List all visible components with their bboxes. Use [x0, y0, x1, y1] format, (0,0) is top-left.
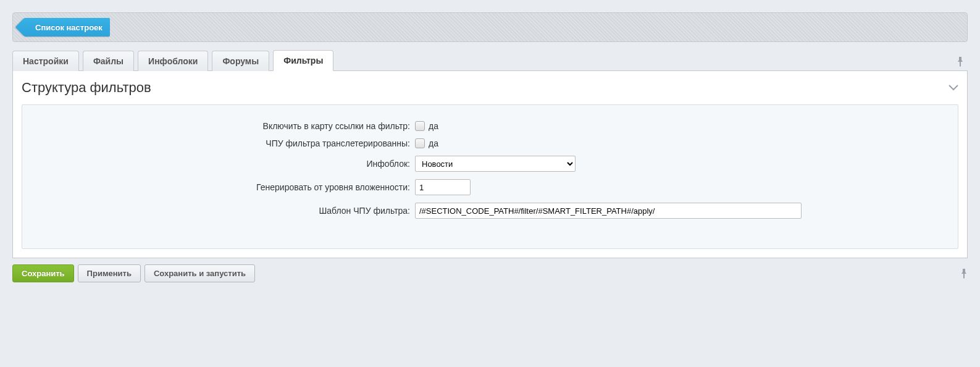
button-label: Сохранить	[22, 269, 65, 278]
label-sef-template: Шаблон ЧПУ фильтра:	[32, 206, 415, 216]
tab-label: Форумы	[222, 56, 259, 66]
tab-forums[interactable]: Форумы	[212, 51, 269, 71]
pin-icon[interactable]	[953, 53, 968, 70]
label-depth: Генерировать от уровня вложенности:	[32, 182, 415, 192]
tab-label: Настройки	[23, 56, 69, 66]
tab-files[interactable]: Файлы	[83, 51, 134, 71]
tab-label: Инфоблоки	[148, 56, 198, 66]
checkbox-text: да	[429, 121, 438, 131]
form-area: Включить в карту ссылки на фильтр: да ЧП…	[22, 104, 958, 249]
row-sef-transliterated: ЧПУ фильтра транслетерированны: да	[32, 138, 948, 148]
tab-label: Файлы	[93, 56, 124, 66]
button-label: Сохранить и запустить	[154, 269, 246, 278]
tab-label: Фильтры	[283, 56, 323, 65]
save-and-run-button[interactable]: Сохранить и запустить	[144, 264, 255, 282]
checkbox-include-filter-links[interactable]	[415, 121, 425, 131]
row-iblock: Инфоблок: Новости	[32, 156, 948, 172]
row-include-filter-links: Включить в карту ссылки на фильтр: да	[32, 121, 948, 131]
content-panel: Структура фильтров Включить в карту ссыл…	[12, 71, 968, 258]
buttons-row: Сохранить Применить Сохранить и запустит…	[12, 264, 968, 282]
row-depth: Генерировать от уровня вложенности:	[32, 179, 948, 195]
input-sef-template[interactable]	[415, 203, 802, 219]
label-include-filter-links: Включить в карту ссылки на фильтр:	[32, 121, 415, 131]
back-button-label: Список настроек	[35, 23, 103, 32]
row-sef-template: Шаблон ЧПУ фильтра:	[32, 203, 948, 219]
section-title: Структура фильтров	[22, 80, 949, 96]
apply-button[interactable]: Применить	[78, 264, 141, 282]
tab-settings[interactable]: Настройки	[12, 51, 79, 71]
tab-iblocks[interactable]: Инфоблоки	[138, 51, 208, 71]
checkbox-text: да	[429, 138, 438, 148]
pin-icon[interactable]	[960, 269, 968, 279]
tabs-row: Настройки Файлы Инфоблоки Форумы Фильтры	[12, 49, 968, 71]
select-iblock[interactable]: Новости	[415, 156, 576, 172]
section-header: Структура фильтров	[13, 71, 967, 102]
chevron-down-icon[interactable]	[949, 85, 958, 91]
toolbar: Список настроек	[12, 12, 968, 42]
input-depth[interactable]	[415, 179, 471, 195]
save-button[interactable]: Сохранить	[12, 264, 74, 282]
back-to-settings-button[interactable]: Список настроек	[24, 18, 110, 36]
label-iblock: Инфоблок:	[32, 159, 415, 169]
label-sef-transliterated: ЧПУ фильтра транслетерированны:	[32, 138, 415, 148]
button-label: Применить	[87, 269, 132, 278]
tab-filters[interactable]: Фильтры	[273, 50, 333, 71]
checkbox-sef-transliterated[interactable]	[415, 138, 425, 148]
